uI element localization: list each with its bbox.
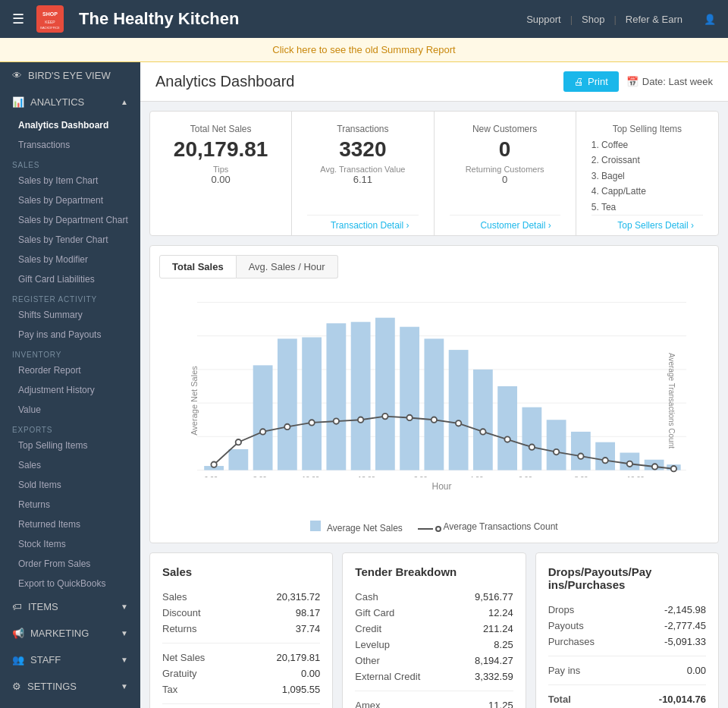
svg-text:2:00 pm: 2:00 pm [414,475,440,477]
sidebar-item-adjustment[interactable]: Adjustment History [0,380,140,400]
sidebar-item-settings[interactable]: ⚙ SETTINGS ▼ [0,673,140,700]
sidebar-item-payins-payouts[interactable]: Pay ins and Payouts [0,325,140,345]
tips-label: Tips [165,165,276,174]
svg-rect-24 [302,337,322,470]
tender-credit: Credit 211.24 [355,621,513,637]
tender-levelup: Levelup 8.25 [355,637,513,653]
sidebar-item-marketing[interactable]: 📢 MARKETING ▼ [0,620,140,647]
svg-rect-33 [522,407,541,470]
transaction-detail-link[interactable]: Transaction Detail › [307,215,418,235]
svg-rect-22 [253,365,273,470]
sidebar-item-export-sold-items[interactable]: Sold Items [0,475,140,495]
top-nav: ☰ SHOP KEEP BACKOFFICE The Healthy Kitch… [0,0,728,38]
sidebar-item-export-stock[interactable]: Stock Items [0,534,140,554]
legend-line-item: Average Transactions Count [418,521,558,532]
sidebar-item-export-top-selling[interactable]: Top Selling Items [0,436,140,455]
shop-link[interactable]: Shop [582,14,604,25]
sidebar-item-items[interactable]: 🏷 ITEMS ▼ [0,593,140,620]
stat-total-net-sales: Total Net Sales 20,179.81 Tips 0.00 [150,112,292,235]
sidebar-item-sales-by-tender[interactable]: Sales by Tender Chart [0,230,140,250]
old-report-banner[interactable]: Click here to see the old Summary Report [0,38,728,62]
refer-link[interactable]: Refer & Earn [626,14,682,25]
top-seller-4: 4. Capp/Latte [592,184,703,199]
chart-section: Total Sales Avg. Sales / Hour Average Ne… [149,245,719,543]
sidebar-item-gift-card[interactable]: Gift Card Liabilities [0,269,140,289]
sidebar-item-shifts-summary[interactable]: Shifts Summary [0,305,140,325]
app-body: 👁 BIRD'S EYE VIEW 📊 ANALYTICS ▲ Analytic… [0,62,728,708]
date-filter[interactable]: 📅 Date: Last week [626,76,713,87]
sidebar: 👁 BIRD'S EYE VIEW 📊 ANALYTICS ▲ Analytic… [0,62,140,708]
customer-detail-link[interactable]: Customer Detail › [450,215,560,235]
sidebar-item-birds-eye[interactable]: 👁 BIRD'S EYE VIEW [0,62,140,89]
svg-point-55 [578,453,583,458]
svg-point-57 [627,461,632,467]
sales-group-label: SALES [0,155,140,171]
sidebar-item-export-returned[interactable]: Returned Items [0,514,140,534]
tab-avg-sales-hour[interactable]: Avg. Sales / Hour [237,255,338,278]
drops-drops: Drops -2,145.98 [548,602,706,618]
svg-rect-25 [326,323,346,470]
x-axis-label: Hour [197,481,686,492]
svg-rect-31 [473,370,493,470]
print-button[interactable]: 🖨 Print [563,71,619,92]
sidebar-item-value[interactable]: Value [0,400,140,420]
svg-rect-32 [497,386,517,470]
top-seller-3: 3. Bagel [592,168,703,184]
total-net-sales-label: Total Net Sales [165,124,276,134]
svg-rect-21 [228,449,248,470]
drops-pay-ins: Pay ins 0.00 [548,662,706,678]
new-customers-value: 0 [450,137,560,162]
sidebar-item-export-order[interactable]: Order From Sales [0,554,140,574]
tab-total-sales[interactable]: Total Sales [159,255,237,278]
legend-line-dot [435,526,441,532]
svg-rect-26 [351,322,371,470]
sidebar-item-export-returns[interactable]: Returns [0,495,140,514]
people-icon: 👥 [12,654,24,666]
sales-card: Sales Sales 20,315.72 Discount 98.17 Ret… [149,552,333,708]
legend-line-label: Average Transactions Count [443,521,557,532]
sidebar-item-sales-by-item[interactable]: Sales by Item Chart [0,171,140,190]
sidebar-item-export-sales[interactable]: Sales [0,455,140,475]
sales-row-tax: Tax 1,095.55 [162,681,320,697]
nav-links: Support | Shop | Refer & Earn 👤 [526,14,716,25]
sidebar-item-sales-by-modifier[interactable]: Sales by Modifier [0,250,140,269]
total-net-sales-value: 20,179.81 [165,137,276,162]
svg-text:6:00 pm: 6:00 pm [519,475,544,477]
sidebar-item-transactions[interactable]: Transactions [0,135,140,155]
tender-amex: Amex 11.25 [355,697,513,708]
sidebar-item-export-quickbooks[interactable]: Export to QuickBooks [0,574,140,593]
sidebar-item-staff[interactable]: 👥 STAFF ▼ [0,647,140,673]
svg-text:10:00 pm: 10:00 pm [627,475,657,477]
svg-rect-30 [449,350,469,470]
svg-text:4:00 pm: 4:00 pm [469,475,495,477]
support-link[interactable]: Support [526,14,561,25]
svg-text:10:00 am: 10:00 am [302,475,331,477]
sidebar-item-sales-by-dept[interactable]: Sales by Department [0,190,140,210]
svg-text:8:00 pm: 8:00 pm [575,475,601,477]
printer-icon: 🖨 [574,76,584,87]
sidebar-item-analytics[interactable]: 📊 ANALYTICS ▲ [0,89,140,115]
tips-value: 0.00 [165,174,276,185]
hamburger-icon[interactable]: ☰ [12,11,24,27]
svg-point-42 [260,429,265,434]
top-sellers-detail-link[interactable]: Top Sellers Detail › [592,215,703,235]
svg-rect-23 [278,338,297,470]
chevron-down-icon4: ▼ [121,682,128,691]
drops-purchases: Purchases -5,091.33 [548,634,706,650]
avg-transaction-value: 6.11 [307,174,418,185]
svg-point-48 [406,415,412,420]
svg-point-49 [431,417,437,422]
user-icon[interactable]: 👤 [704,14,716,25]
sidebar-item-reorder[interactable]: Reorder Report [0,360,140,380]
megaphone-icon: 📢 [12,628,24,639]
register-group-label: REGISTER ACTIVITY [0,289,140,305]
svg-point-47 [382,414,388,419]
store-name: The Healthy Kitchen [79,9,526,29]
exports-group-label: EXPORTS [0,420,140,436]
sidebar-item-sales-by-dept-chart[interactable]: Sales by Department Chart [0,210,140,230]
sales-row-sales: Sales 20,315.72 [162,589,320,605]
svg-rect-29 [424,338,444,470]
sidebar-item-analytics-dashboard[interactable]: Analytics Dashboard [0,115,140,135]
sales-row-returns: Returns 37.74 [162,621,320,637]
stat-customers: New Customers 0 Returning Customers 0 Cu… [435,112,576,235]
